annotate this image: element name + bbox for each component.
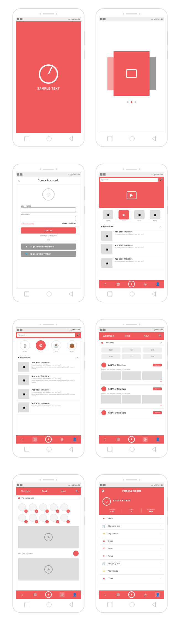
list-item[interactable]: ▣Add Your Title HereReplace your text he… xyxy=(16,360,81,374)
search-icon[interactable]: 🔍 xyxy=(156,333,164,339)
android-recents-button[interactable] xyxy=(107,447,112,452)
plus-icon[interactable]: + xyxy=(128,591,135,598)
plus-icon[interactable]: + xyxy=(128,436,135,443)
hero-video[interactable] xyxy=(99,183,164,208)
label-pill[interactable]: TEXT xyxy=(101,348,120,353)
settings-icon[interactable]: ⚙ xyxy=(101,489,104,493)
plus-icon[interactable]: + xyxy=(45,591,52,598)
settings-row[interactable]: ✉Scan› xyxy=(99,545,164,552)
search-input[interactable]: 🔍 search xyxy=(100,178,158,182)
rec-avatar[interactable]: + xyxy=(18,503,27,512)
user-icon[interactable]: 👤 xyxy=(155,437,160,442)
user-icon[interactable]: 👤 xyxy=(155,282,160,286)
android-home-button[interactable] xyxy=(47,602,52,607)
facebook-login-button[interactable]: f Sign in with Facebook xyxy=(21,244,76,250)
compass-icon[interactable]: ◎ xyxy=(143,592,148,597)
rec-avatar[interactable]: + xyxy=(29,514,38,523)
tab-attention[interactable]: Attention xyxy=(16,488,35,494)
category-item[interactable]: ▣TEXT xyxy=(103,210,113,222)
settings-row[interactable]: 🛒Shopping mall› xyxy=(99,560,164,567)
android-back-button[interactable] xyxy=(69,602,73,607)
clipboard-icon[interactable]: ▤ xyxy=(115,592,120,597)
username-input[interactable] xyxy=(21,207,76,212)
home-icon[interactable]: ⌂ xyxy=(103,282,108,286)
home-icon[interactable]: ⌂ xyxy=(103,437,108,442)
search-input[interactable]: 🔍 search xyxy=(17,333,75,337)
list-item[interactable]: ▣Add Your Title HereReplace your text he… xyxy=(16,374,81,387)
android-home-button[interactable] xyxy=(130,136,135,141)
plus-icon[interactable]: + xyxy=(128,281,135,287)
user-icon[interactable]: 👤 xyxy=(72,437,77,442)
clipboard-icon[interactable]: ▤ xyxy=(115,282,120,286)
recommend-header[interactable]: Recommend › xyxy=(16,495,81,501)
forgot-password-link[interactable]: Forgot your password? xyxy=(21,235,76,236)
rec-avatar[interactable]: + xyxy=(60,514,69,523)
rec-avatar[interactable]: + xyxy=(29,503,38,512)
settings-row[interactable]: 🛒Shopping mall› xyxy=(99,522,164,530)
login-button[interactable]: LOG IN xyxy=(21,227,76,234)
feed-card[interactable]: Add Your Title HereAttention Replace you… xyxy=(99,361,164,385)
home-icon[interactable]: ⌂ xyxy=(103,592,108,597)
android-home-button[interactable] xyxy=(130,602,135,607)
carousel[interactable] xyxy=(99,21,164,133)
label-pill[interactable]: TEXT xyxy=(143,348,162,353)
mic-icon[interactable]: 🎤 xyxy=(76,333,80,337)
compass-icon[interactable]: ◎ xyxy=(60,437,65,442)
stat-dynamics[interactable]: Dynamics400 xyxy=(142,508,161,513)
dot[interactable] xyxy=(135,101,136,103)
settings-row[interactable]: ♥News› xyxy=(99,552,164,560)
headlines-header[interactable]: ▸ Headlines ⌄ xyxy=(16,355,81,360)
feed-card[interactable]: Add Your Title HereAttention Replace you… xyxy=(99,385,164,409)
search-icon[interactable]: 🔍 xyxy=(73,488,81,494)
android-back-button[interactable] xyxy=(69,447,73,452)
settings-row[interactable]: ■Order› xyxy=(99,537,164,545)
compass-icon[interactable]: ◎ xyxy=(143,282,148,286)
label-pill[interactable]: TEXT xyxy=(143,354,162,359)
category-item[interactable]: ☕TEXT xyxy=(51,340,61,353)
settings-row[interactable]: ■Order› xyxy=(99,575,164,582)
password-input[interactable] xyxy=(21,216,76,221)
remember-checkbox[interactable]: ☐ Remember Me xyxy=(21,223,34,225)
android-home-button[interactable] xyxy=(47,447,52,452)
label-pill[interactable]: TEXT xyxy=(122,348,141,353)
tab-attention[interactable]: Attention xyxy=(99,333,118,339)
clipboard-icon[interactable]: ▤ xyxy=(32,592,37,597)
user-icon[interactable]: 👤 xyxy=(155,592,160,597)
video-feed-item[interactable] xyxy=(18,526,79,548)
android-back-button[interactable] xyxy=(69,136,73,141)
clipboard-icon[interactable]: ▤ xyxy=(115,437,120,442)
rec-avatar[interactable]: + xyxy=(50,503,59,512)
label-pill[interactable]: TEXT xyxy=(122,354,141,359)
category-item[interactable]: ▣TEXT xyxy=(150,210,160,222)
home-icon[interactable]: ⌂ xyxy=(20,437,25,442)
dot-active[interactable] xyxy=(131,101,132,103)
rec-avatar[interactable]: + xyxy=(50,514,59,523)
rec-avatar[interactable]: + xyxy=(39,514,48,523)
list-item[interactable]: ▣Add Your Title HereReplace your text he… xyxy=(16,387,81,401)
headlines-header[interactable]: ▸ Headlines ⌄ xyxy=(99,224,164,229)
settings-row[interactable]: ♥News› xyxy=(99,515,164,522)
list-item[interactable]: ▣Add Your Title HereReplace your text he… xyxy=(16,401,81,414)
mic-icon[interactable]: 🎤 xyxy=(160,178,163,181)
android-back-button[interactable] xyxy=(152,291,156,296)
tab-find[interactable]: Find xyxy=(118,333,137,339)
category-item[interactable]: ▯TEXT xyxy=(20,340,30,353)
settings-row[interactable]: ★Night mode› xyxy=(99,530,164,537)
compass-icon[interactable]: ◎ xyxy=(60,592,65,597)
android-back-button[interactable] xyxy=(152,136,156,141)
dot[interactable] xyxy=(127,101,128,103)
android-home-button[interactable] xyxy=(47,136,52,141)
category-item[interactable]: 👜TEXT xyxy=(67,340,77,353)
tab-new[interactable]: New xyxy=(137,333,156,339)
list-item[interactable]: ▣ Add Your Title HereReplace your text h… xyxy=(99,229,164,243)
list-item[interactable]: ▣ Add Your Title HereReplace your text h… xyxy=(99,256,164,270)
heart-icon[interactable]: ♥ xyxy=(101,404,162,407)
back-icon[interactable]: ‹ xyxy=(18,178,20,183)
twitter-login-button[interactable]: 🐦 Sign in with Twitter xyxy=(21,251,76,257)
android-recents-button[interactable] xyxy=(107,602,112,607)
clipboard-icon[interactable]: ▤ xyxy=(32,437,37,442)
tab-find[interactable]: Find xyxy=(35,488,54,494)
stat-fans[interactable]: Fans1 xyxy=(122,508,141,513)
tab-new[interactable]: New xyxy=(54,488,73,494)
labelling-header[interactable]: Labelling › xyxy=(99,340,164,346)
